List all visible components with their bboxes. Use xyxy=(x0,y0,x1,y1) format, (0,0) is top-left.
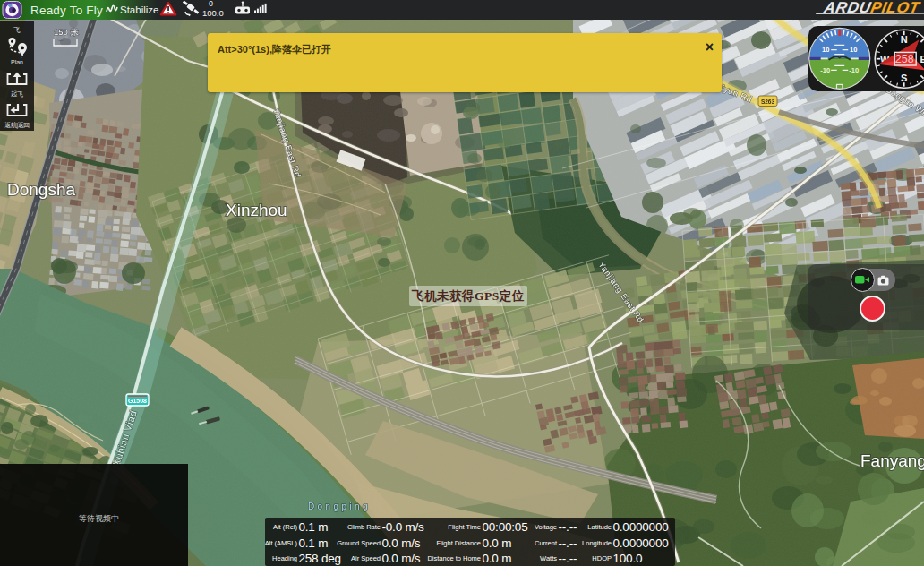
svg-text:-10: -10 xyxy=(849,66,859,74)
svg-text:Fanyang: Fanyang xyxy=(860,451,924,470)
svg-text:S: S xyxy=(901,73,907,83)
svg-text:10: 10 xyxy=(822,46,829,54)
svg-text:10: 10 xyxy=(850,46,857,54)
svg-text:Dongsha: Dongsha xyxy=(7,180,75,199)
svg-text:Xinzhou: Xinzhou xyxy=(226,201,287,219)
svg-text:E: E xyxy=(920,54,924,64)
svg-text:-10: -10 xyxy=(820,66,830,74)
svg-text:258: 258 xyxy=(895,53,914,65)
svg-text:150 米: 150 米 xyxy=(54,27,79,37)
svg-text:S263: S263 xyxy=(761,99,775,105)
svg-text:N: N xyxy=(901,34,908,45)
svg-text:Dongping: Dongping xyxy=(308,502,371,511)
svg-text:G1508: G1508 xyxy=(128,398,147,404)
